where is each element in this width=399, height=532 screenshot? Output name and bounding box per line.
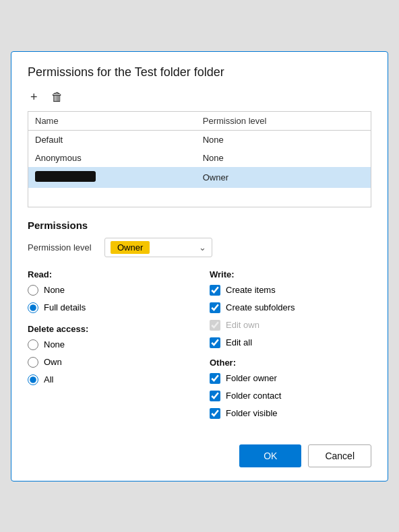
permission-level-row: Permission level Owner ⌄ bbox=[28, 238, 371, 257]
delete-own-radio[interactable] bbox=[28, 357, 38, 368]
right-perm-col: Write: Create items Create subfolders Ed… bbox=[210, 269, 371, 428]
row-permission: None bbox=[196, 149, 371, 167]
col-name: Name bbox=[28, 112, 196, 131]
chevron-down-icon: ⌄ bbox=[199, 242, 206, 253]
add-button[interactable]: + bbox=[28, 89, 40, 106]
row-name: Default bbox=[28, 130, 196, 149]
folder-visible-label: Folder visible bbox=[226, 408, 278, 418]
folder-contact-label: Folder contact bbox=[226, 391, 281, 401]
create-items-checkbox[interactable] bbox=[210, 285, 220, 296]
row-name bbox=[28, 167, 196, 188]
table-row[interactable]: Anonymous None bbox=[28, 149, 371, 167]
read-full-label: Full details bbox=[44, 302, 86, 312]
permissions-section-title: Permissions bbox=[28, 220, 371, 231]
delete-own-option[interactable]: Own bbox=[28, 357, 189, 368]
ok-button[interactable]: OK bbox=[239, 444, 301, 467]
permissions-grid: Read: None Full details Delete access: bbox=[28, 269, 371, 428]
folder-visible-checkbox[interactable] bbox=[210, 408, 220, 419]
create-subfolders-label: Create subfolders bbox=[226, 302, 295, 312]
folder-owner-checkbox[interactable] bbox=[210, 373, 220, 384]
row-permission: Owner bbox=[196, 167, 371, 188]
edit-all-checkbox[interactable] bbox=[210, 337, 220, 348]
row-name: Anonymous bbox=[28, 149, 196, 167]
create-items-option[interactable]: Create items bbox=[210, 285, 371, 296]
dialog-footer: OK Cancel bbox=[28, 444, 371, 467]
read-radio-group: None Full details bbox=[28, 285, 189, 313]
read-full-option[interactable]: Full details bbox=[28, 302, 189, 313]
edit-own-option[interactable]: Edit own bbox=[210, 320, 371, 331]
permission-level-label: Permission level bbox=[28, 242, 95, 253]
dropdown-value: Owner bbox=[111, 241, 150, 254]
read-full-radio[interactable] bbox=[28, 302, 38, 313]
table-row[interactable]: Default None bbox=[28, 130, 371, 149]
edit-all-label: Edit all bbox=[226, 337, 252, 347]
other-section-title: Other: bbox=[210, 358, 371, 368]
read-section-title: Read: bbox=[28, 269, 189, 279]
permissions-table-container: Name Permission level Default None Anony… bbox=[28, 111, 371, 207]
permission-level-dropdown[interactable]: Owner ⌄ bbox=[104, 238, 212, 257]
col-permission: Permission level bbox=[196, 112, 371, 131]
folder-contact-option[interactable]: Folder contact bbox=[210, 391, 371, 401]
edit-own-label: Edit own bbox=[226, 320, 259, 330]
create-subfolders-checkbox[interactable] bbox=[210, 302, 220, 313]
permissions-table: Name Permission level Default None Anony… bbox=[28, 112, 371, 207]
create-items-label: Create items bbox=[226, 285, 276, 295]
row-permission: None bbox=[196, 130, 371, 149]
read-none-radio[interactable] bbox=[28, 285, 38, 296]
left-perm-col: Read: None Full details Delete access: bbox=[28, 269, 189, 428]
delete-all-label: All bbox=[44, 374, 53, 385]
read-none-label: None bbox=[44, 285, 65, 295]
delete-button[interactable]: 🗑 bbox=[49, 89, 66, 106]
toolbar: + 🗑 bbox=[28, 89, 371, 106]
cancel-button[interactable]: Cancel bbox=[308, 444, 371, 467]
dialog: Permissions for the Test folder folder +… bbox=[11, 51, 388, 481]
dialog-title: Permissions for the Test folder folder bbox=[28, 65, 371, 79]
folder-owner-label: Folder owner bbox=[226, 373, 277, 383]
create-subfolders-option[interactable]: Create subfolders bbox=[210, 302, 371, 313]
delete-all-radio[interactable] bbox=[28, 374, 38, 385]
delete-access-radio-group: None Own All bbox=[28, 339, 189, 385]
delete-access-title: Delete access: bbox=[28, 324, 189, 334]
read-none-option[interactable]: None bbox=[28, 285, 189, 296]
delete-none-label: None bbox=[44, 339, 65, 350]
folder-owner-option[interactable]: Folder owner bbox=[210, 373, 371, 384]
delete-all-option[interactable]: All bbox=[28, 374, 189, 385]
edit-all-option[interactable]: Edit all bbox=[210, 337, 371, 348]
other-checkbox-group: Folder owner Folder contact Folder visib… bbox=[210, 373, 371, 419]
write-section-title: Write: bbox=[210, 269, 371, 279]
delete-none-radio[interactable] bbox=[28, 339, 38, 350]
table-row-empty bbox=[28, 188, 371, 207]
delete-none-option[interactable]: None bbox=[28, 339, 189, 350]
permissions-section: Permissions Permission level Owner ⌄ Rea… bbox=[28, 220, 371, 428]
table-row-selected[interactable]: Owner bbox=[28, 167, 371, 188]
edit-own-checkbox[interactable] bbox=[210, 320, 220, 331]
write-checkbox-group: Create items Create subfolders Edit own … bbox=[210, 285, 371, 348]
folder-visible-option[interactable]: Folder visible bbox=[210, 408, 371, 419]
delete-own-label: Own bbox=[44, 357, 62, 367]
redacted-name bbox=[35, 171, 96, 182]
folder-contact-checkbox[interactable] bbox=[210, 391, 220, 401]
